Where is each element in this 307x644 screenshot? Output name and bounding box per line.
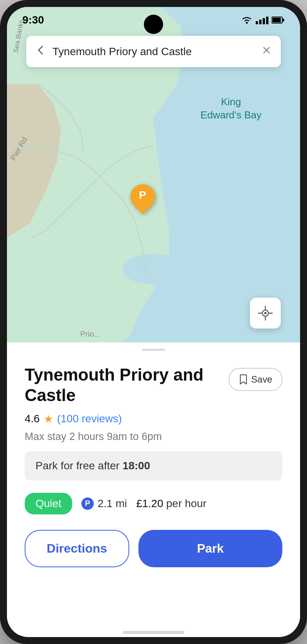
search-text: Tynemouth Priory and Castle	[52, 46, 261, 58]
bookmark-icon	[239, 374, 248, 385]
save-button[interactable]: Save	[229, 368, 282, 391]
home-indicator	[123, 631, 184, 634]
svg-point-10	[264, 312, 267, 314]
map-area: Pier Rd Sea Banks Prio... 9:30	[7, 7, 300, 342]
action-buttons: Directions Park	[25, 530, 282, 567]
place-header: Tynemouth Priory and Castle Save	[25, 365, 282, 406]
quiet-tag: Quiet	[25, 493, 72, 514]
map-label: King Edward's Bay	[201, 96, 261, 122]
reviews-link[interactable]: (100 reviews)	[57, 413, 122, 425]
map-background: Pier Rd Sea Banks Prio... 9:30	[7, 7, 300, 342]
svg-rect-7	[272, 18, 281, 22]
svg-rect-8	[283, 19, 284, 22]
clear-button[interactable]	[261, 45, 272, 58]
svg-point-5	[246, 22, 248, 24]
wifi-icon	[241, 16, 253, 24]
rating-value: 4.6	[25, 413, 40, 425]
distance-tag: P 2.1 mi	[81, 497, 127, 510]
phone-screen: Pier Rd Sea Banks Prio... 9:30	[7, 7, 300, 637]
free-park-time: 18:00	[123, 460, 150, 472]
search-bar[interactable]: Tynemouth Priory and Castle	[26, 36, 281, 67]
park-button[interactable]: Park	[138, 530, 282, 567]
status-time: 9:30	[22, 14, 44, 26]
free-park-banner: Park for free after 18:00	[25, 451, 282, 480]
directions-button[interactable]: Directions	[25, 530, 129, 567]
rating-row: 4.6 ★ (100 reviews)	[25, 413, 282, 425]
svg-point-1	[123, 254, 184, 285]
tags-row: Quiet P 2.1 mi £1.20 per hour	[25, 493, 282, 514]
target-icon	[258, 305, 273, 321]
svg-text:Prio...: Prio...	[80, 330, 100, 338]
star-icon: ★	[44, 413, 53, 425]
bottom-sheet: Tynemouth Priory and Castle Save 4.6 ★ (…	[7, 351, 300, 625]
status-bar: 9:30	[7, 7, 300, 29]
signal-icon	[256, 16, 268, 24]
camera-notch	[144, 15, 163, 34]
price-tag: £1.20 per hour	[136, 497, 206, 510]
location-button[interactable]	[250, 298, 281, 329]
place-title: Tynemouth Priory and Castle	[25, 365, 221, 406]
max-stay: Max stay 2 hours 9am to 6pm	[25, 431, 282, 443]
parking-icon-small: P	[81, 497, 94, 510]
battery-icon	[272, 16, 285, 24]
free-park-prefix: Park for free after	[35, 460, 123, 472]
parking-pin[interactable]: P	[130, 184, 155, 209]
status-icons	[241, 16, 285, 24]
phone-frame: Pier Rd Sea Banks Prio... 9:30	[0, 0, 307, 644]
back-button[interactable]	[35, 44, 46, 59]
